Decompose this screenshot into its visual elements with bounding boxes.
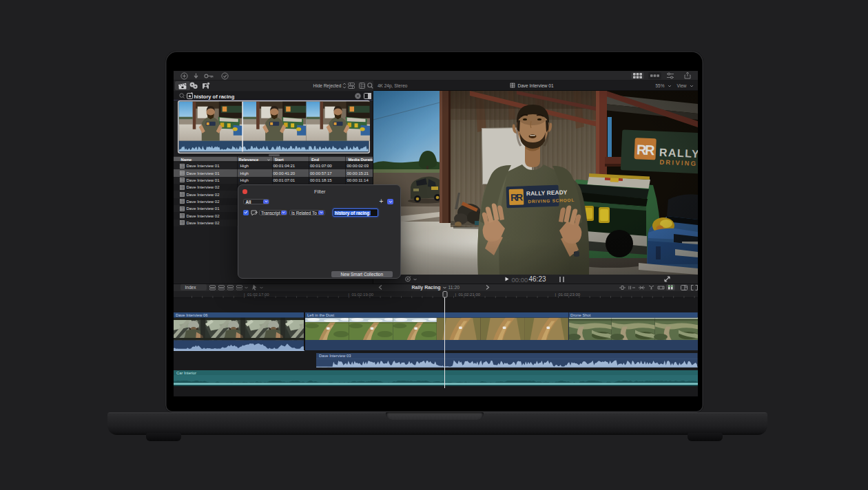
- svg-text:Dave Interview 03: Dave Interview 03: [319, 354, 351, 358]
- svg-text:Left in the Dust: Left in the Dust: [307, 312, 334, 317]
- svg-text:Dave Interview 06: Dave Interview 06: [176, 312, 207, 317]
- svg-text:Car Interior: Car Interior: [176, 371, 196, 375]
- svg-text:Drone Shot: Drone Shot: [570, 312, 591, 317]
